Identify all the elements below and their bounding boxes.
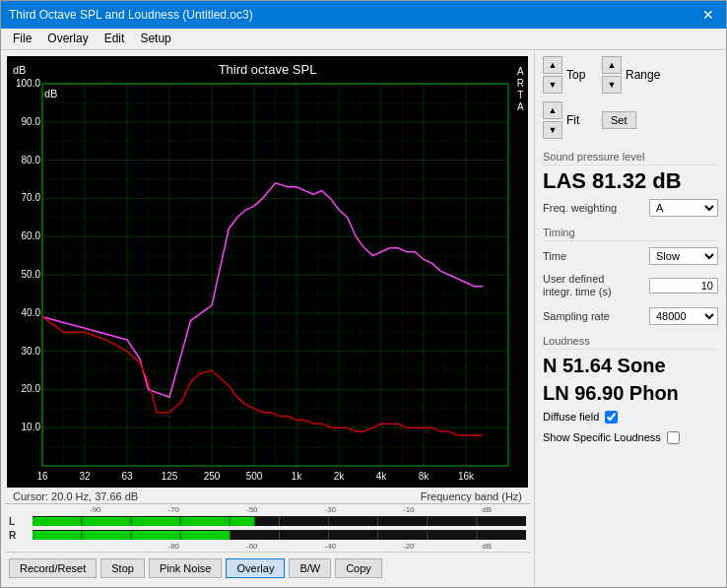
time-select[interactable]: SlowFastImpulse [649,247,718,265]
meter-ticks-r: -80 -60 -40 -20 dB [9,542,526,551]
window-title: Third Octave SPL and Loudness (Untitled.… [9,8,253,22]
tick-r-3: -60 [213,542,292,551]
arta-label: ARTA [517,66,524,113]
loudness-section-label: Loudness [543,335,718,350]
meter-l-bar [33,516,526,526]
record-reset-button[interactable]: Record/Reset [9,558,97,578]
meter-l-canvas [33,517,526,526]
tick-l-5: -10 [369,505,448,514]
tick-l-1: -90 [56,505,135,514]
integr-row: User defined integr. time (s) [543,273,718,298]
show-specific-row: Show Specific Loudness [543,431,718,444]
fit-group: ▲ ▼ Fit [543,101,596,139]
fit-set-buttons: ▲ ▼ Fit Set [543,101,718,139]
set-group: Set [602,101,636,139]
sampling-label: Sampling rate [543,310,610,322]
diffuse-field-checkbox[interactable] [605,411,618,424]
bw-button[interactable]: B/W [289,558,331,578]
freq-weighting-label: Freq. weighting [543,202,617,214]
chart-canvas [7,56,528,488]
fit-label: Fit [566,113,596,127]
tick-r-1 [56,542,135,551]
menu-setup[interactable]: Setup [132,31,178,47]
cursor-text: Cursor: 20.0 Hz, 37.66 dB [13,490,138,502]
loudness-ln-value: LN 96.90 Phon [543,381,718,405]
menu-overlay[interactable]: Overlay [39,31,96,47]
nav-buttons: ▲ ▼ Top ▲ ▼ Range [543,56,718,94]
integr-input[interactable] [649,278,718,294]
top-label: Top [566,68,596,82]
meter-r-bar [33,530,526,540]
freq-weighting-select[interactable]: ABCZ [649,199,718,217]
menu-edit[interactable]: Edit [97,31,133,47]
tick-r-4: -40 [292,542,370,551]
time-row: Time SlowFastImpulse [543,247,718,265]
show-specific-checkbox[interactable] [667,431,680,444]
tick-l-4: -30 [292,505,370,514]
show-specific-label: Show Specific Loudness [543,431,661,443]
chart-title: Third octave SPL [219,62,317,77]
sampling-row: Sampling rate 441004800096000 [543,307,718,325]
copy-button[interactable]: Copy [335,558,382,578]
top-nav-group: ▲ ▼ Top [543,56,596,94]
set-button[interactable]: Set [602,111,636,129]
meter-r-canvas [33,531,526,540]
cursor-info: Cursor: 20.0 Hz, 37.66 dB Frequency band… [5,490,530,503]
tick-l-db: dB [448,505,527,514]
tick-l-3: -50 [213,505,292,514]
main-content: Third octave SPL dB ARTA Cursor: 20.0 Hz… [1,50,726,587]
range-arrows: ▲ ▼ [602,56,622,94]
main-window: Third Octave SPL and Loudness (Untitled.… [0,0,727,588]
chart-area: Third octave SPL dB ARTA Cursor: 20.0 Hz… [1,50,534,587]
pink-noise-button[interactable]: Pink Noise [149,558,223,578]
stop-button[interactable]: Stop [100,558,145,578]
time-label: Time [543,250,566,262]
spl-section-label: Sound pressure level [543,151,718,165]
fit-arrows: ▲ ▼ [543,101,562,139]
top-up-button[interactable]: ▲ [543,56,562,74]
fit-up-button[interactable]: ▲ [543,101,562,119]
spl-value: LAS 81.32 dB [543,169,718,193]
fit-down-button[interactable]: ▼ [543,121,562,139]
diffuse-field-label: Diffuse field [543,411,599,423]
range-up-button[interactable]: ▲ [602,56,622,74]
meter-l-label: L [9,516,33,527]
meter-ticks-l: -90 -70 -50 -30 -10 dB [9,505,526,514]
timing-section-label: Timing [543,227,718,241]
tick-r-2: -80 [135,542,214,551]
right-panel: ▲ ▼ Top ▲ ▼ Range ▲ ▼ [534,50,726,587]
meter-section: -90 -70 -50 -30 -10 dB L R [5,503,530,552]
tick-l-2: -70 [135,505,214,514]
top-arrows: ▲ ▼ [543,56,562,94]
sampling-select[interactable]: 441004800096000 [649,307,718,325]
menu-bar: File Overlay Edit Setup [1,29,726,50]
range-label: Range [626,68,660,82]
title-bar: Third Octave SPL and Loudness (Untitled.… [1,1,726,29]
bottom-buttons: Record/Reset Stop Pink Noise Overlay B/W… [5,552,530,583]
loudness-n-value: N 51.64 Sone [543,354,718,377]
integr-label: User defined integr. time (s) [543,273,631,298]
freq-weighting-row: Freq. weighting ABCZ [543,199,718,217]
chart-container: Third octave SPL dB ARTA [7,56,528,488]
meter-row-r: R [9,528,526,542]
overlay-button[interactable]: Overlay [226,558,285,578]
range-down-button[interactable]: ▼ [602,76,622,94]
close-button[interactable]: ✕ [698,7,718,23]
diffuse-field-row: Diffuse field [543,411,718,424]
y-axis-label: dB [13,64,26,76]
tick-r-db: dB [448,542,527,551]
top-down-button[interactable]: ▼ [543,76,562,94]
meter-r-label: R [9,530,33,541]
range-nav-group: ▲ ▼ Range [602,56,660,94]
meter-row-l: L [9,514,526,528]
freq-band-label: Frequency band (Hz) [421,490,522,502]
menu-file[interactable]: File [5,31,39,47]
tick-r-5: -20 [369,542,448,551]
